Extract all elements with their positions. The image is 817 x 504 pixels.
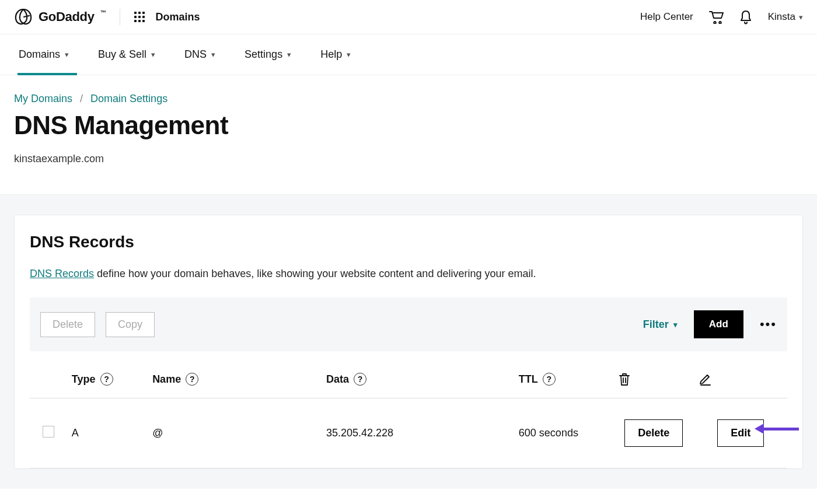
col-data: Data?	[322, 356, 514, 398]
arrow-line	[764, 428, 799, 430]
breadcrumb-separator: /	[80, 93, 83, 104]
chevron-down-icon: ▾	[211, 50, 215, 59]
more-menu-icon[interactable]: •••	[760, 317, 777, 332]
card-description: DNS Records define how your domain behav…	[30, 268, 787, 280]
help-center-link[interactable]: Help Center	[640, 11, 693, 23]
top-bar: GoDaddy ™ Domains Help Center Kinsta ▾	[0, 0, 817, 34]
cell-ttl: 600 seconds	[514, 398, 613, 468]
chevron-down-icon: ▾	[799, 13, 803, 22]
arrow-head-icon	[755, 424, 764, 434]
row-delete-button[interactable]: Delete	[624, 419, 683, 447]
annotation-arrow	[755, 424, 799, 434]
nav-item-buy-sell[interactable]: Buy & Sell▾	[97, 34, 156, 75]
nav-item-settings[interactable]: Settings▾	[243, 34, 292, 75]
help-icon[interactable]: ?	[354, 373, 366, 386]
dns-records-table: Type? Name? Data? TTL? A @	[30, 356, 787, 468]
col-name: Name?	[148, 356, 322, 398]
cell-type: A	[67, 398, 148, 468]
apps-grid-icon[interactable]	[134, 12, 145, 22]
breadcrumb-my-domains[interactable]: My Domains	[14, 93, 72, 104]
filter-label: Filter	[643, 318, 669, 331]
content-area: DNS Records DNS Records define how your …	[0, 194, 817, 489]
toolbar-right: Filter ▾ Add •••	[643, 310, 777, 338]
help-icon[interactable]: ?	[186, 373, 198, 386]
breadcrumb-domain-settings[interactable]: Domain Settings	[90, 93, 167, 104]
toolbar-left: Delete Copy	[40, 312, 155, 337]
nav-item-help[interactable]: Help▾	[319, 34, 352, 75]
card-title: DNS Records	[30, 233, 787, 251]
chevron-down-icon: ▾	[287, 50, 291, 59]
row-checkbox[interactable]	[43, 426, 54, 438]
dns-records-card: DNS Records DNS Records define how your …	[14, 215, 803, 469]
divider	[120, 9, 120, 25]
user-menu[interactable]: Kinsta ▾	[768, 11, 803, 23]
table-wrapper: Type? Name? Data? TTL? A @	[30, 356, 787, 468]
nav-item-domains[interactable]: Domains▾	[18, 34, 70, 75]
bell-icon[interactable]	[739, 9, 753, 24]
product-label[interactable]: Domains	[155, 11, 200, 23]
cart-icon[interactable]	[708, 10, 724, 24]
bulk-delete-button[interactable]: Delete	[40, 312, 95, 337]
filter-dropdown[interactable]: Filter ▾	[643, 318, 678, 331]
domain-name: kinstaexample.com	[0, 140, 817, 194]
chevron-down-icon: ▾	[151, 50, 155, 59]
cell-data: 35.205.42.228	[322, 398, 514, 468]
breadcrumb: My Domains / Domain Settings	[0, 75, 817, 105]
help-icon[interactable]: ?	[543, 373, 556, 386]
topbar-left: GoDaddy ™ Domains	[14, 8, 200, 26]
col-edit	[694, 356, 787, 398]
table-row: A @ 35.205.42.228 600 seconds Delete Edi…	[30, 398, 787, 468]
trash-icon	[618, 372, 631, 386]
records-toolbar: Delete Copy Filter ▾ Add •••	[30, 298, 787, 351]
user-name: Kinsta	[768, 11, 795, 23]
chevron-down-icon: ▾	[65, 50, 69, 59]
main-nav: Domains▾ Buy & Sell▾ DNS▾ Settings▾ Help…	[0, 34, 817, 75]
edit-icon	[699, 373, 713, 386]
col-type: Type?	[67, 356, 148, 398]
help-icon[interactable]: ?	[100, 373, 113, 386]
godaddy-logo-icon	[14, 8, 33, 26]
bulk-copy-button[interactable]: Copy	[106, 312, 155, 337]
col-ttl: TTL?	[514, 356, 613, 398]
dns-records-link[interactable]: DNS Records	[30, 268, 94, 279]
brand-logo[interactable]: GoDaddy ™	[14, 8, 106, 26]
topbar-right: Help Center Kinsta ▾	[640, 9, 803, 24]
brand-name: GoDaddy	[39, 9, 95, 24]
col-delete	[613, 356, 694, 398]
chevron-down-icon: ▾	[347, 50, 351, 59]
chevron-down-icon: ▾	[673, 320, 678, 329]
cell-name: @	[148, 398, 322, 468]
nav-item-dns[interactable]: DNS▾	[183, 34, 217, 75]
col-checkbox	[30, 356, 67, 398]
card-description-text: define how your domain behaves, like sho…	[94, 268, 536, 279]
trademark: ™	[100, 9, 106, 16]
add-button[interactable]: Add	[694, 310, 743, 338]
page-title: DNS Management	[0, 105, 817, 140]
